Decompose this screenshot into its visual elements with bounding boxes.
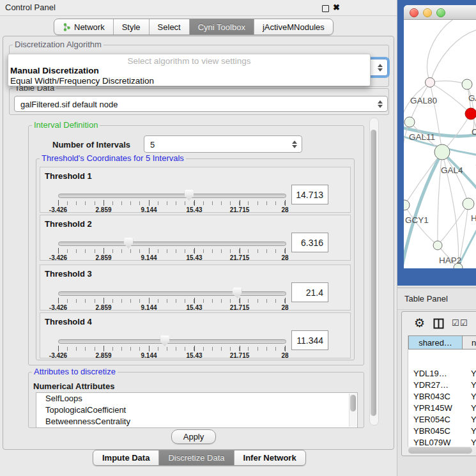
slider-ticks bbox=[58, 347, 285, 351]
node-red-selected[interactable] bbox=[465, 108, 476, 119]
tick-label: 28 bbox=[281, 352, 288, 359]
slider-thumb[interactable] bbox=[184, 190, 194, 201]
tab-discretize-data[interactable]: Discretize Data bbox=[159, 450, 234, 465]
node-gal11[interactable] bbox=[404, 117, 415, 127]
numerical-attributes-list[interactable]: SelfLoops TopologicalCoefficient Between… bbox=[36, 392, 358, 428]
column-header-name[interactable]: n bbox=[462, 335, 476, 349]
tab-select-label: Select bbox=[158, 22, 181, 32]
algorithm-group-title: Discretization Algorithm bbox=[13, 40, 104, 49]
table-horizontal-scrollbar[interactable] bbox=[408, 447, 472, 454]
list-vertical-scrollbar[interactable] bbox=[349, 394, 357, 427]
table-cell[interactable]: YER0 bbox=[471, 415, 476, 424]
threshold-slider[interactable]: -3.426 2.859 9.144 15.43 21.715 28 bbox=[58, 286, 285, 309]
tick-label: 2.859 bbox=[95, 352, 111, 359]
node-label: GAL4 bbox=[441, 165, 463, 175]
slider-thumb[interactable] bbox=[160, 335, 169, 346]
threshold-value-field[interactable]: 21.4 bbox=[291, 282, 328, 302]
table-cell[interactable]: YDR2 bbox=[471, 380, 476, 390]
threshold-row: Threshold 2 -3.426 2.859 9.144 15.43 21.… bbox=[40, 215, 351, 261]
table-cell[interactable]: YBR045C bbox=[413, 426, 450, 436]
network-window-titlebar[interactable] bbox=[404, 5, 476, 20]
table-cell[interactable]: YBR0 bbox=[471, 392, 476, 401]
tab-impute-data[interactable]: Impute Data bbox=[93, 450, 159, 465]
tab-select[interactable]: Select bbox=[150, 19, 190, 35]
slider-thumb[interactable] bbox=[233, 288, 242, 298]
slider-thumb[interactable] bbox=[124, 238, 134, 249]
column-header-shared[interactable]: shared… bbox=[408, 335, 463, 349]
tick-label: 15.43 bbox=[186, 206, 202, 213]
slider-track[interactable] bbox=[58, 242, 286, 246]
tick-label: 15.43 bbox=[186, 254, 202, 261]
list-item[interactable]: SelfLoops bbox=[36, 393, 357, 404]
combo-arrows-icon bbox=[378, 64, 383, 72]
threshold-slider[interactable]: -3.426 2.859 9.144 15.43 21.715 28 bbox=[58, 188, 285, 211]
scrollbar-thumb[interactable] bbox=[371, 130, 376, 416]
threshold-value-field[interactable]: 6.316 bbox=[291, 233, 328, 252]
tab-style[interactable]: Style bbox=[114, 19, 150, 35]
attributes-group-title: Attributes to discretize bbox=[32, 367, 118, 376]
slider-track[interactable] bbox=[58, 339, 286, 344]
table-cell[interactable]: YBL0 bbox=[471, 438, 476, 447]
panel-vertical-scrollbar[interactable] bbox=[369, 118, 379, 426]
close-icon[interactable]: ✖ bbox=[333, 3, 340, 12]
list-item[interactable]: BetweennessCentrality bbox=[36, 416, 357, 427]
node-gal80[interactable] bbox=[426, 78, 435, 88]
table-cell[interactable]: YBR0 bbox=[471, 426, 476, 436]
slider-track[interactable] bbox=[58, 194, 286, 198]
tab-infer-network[interactable]: Infer Network bbox=[234, 450, 305, 465]
list-item[interactable]: TopologicalCoefficient bbox=[36, 404, 357, 416]
algorithm-option-equal-width[interactable]: Equal Width/Frequency Discretization bbox=[10, 76, 154, 86]
node-hap2[interactable] bbox=[433, 241, 442, 250]
zoom-traffic-light-icon[interactable] bbox=[436, 8, 445, 17]
apply-button[interactable]: Apply bbox=[171, 429, 216, 444]
threshold-slider[interactable]: -3.426 2.859 9.144 15.43 21.715 28 bbox=[58, 334, 285, 357]
tab-network[interactable]: Network bbox=[54, 19, 114, 35]
tab-cyni-toolbox[interactable]: Cyni Toolbox bbox=[190, 19, 254, 35]
close-traffic-light-icon[interactable] bbox=[410, 8, 418, 17]
tick-label: 28 bbox=[281, 206, 288, 213]
float-window-icon[interactable] bbox=[322, 5, 329, 12]
table-cell[interactable]: YDR27… bbox=[413, 380, 449, 390]
table-data-selected-value: galFiltered.sif default node bbox=[20, 99, 118, 109]
table-cell[interactable]: YDL19… bbox=[413, 369, 447, 378]
node-h[interactable] bbox=[463, 198, 474, 210]
node-label: GA bbox=[468, 93, 476, 103]
table-cell[interactable]: YBL079W bbox=[413, 438, 451, 447]
tab-jactivemnodules[interactable]: jActiveMNodules bbox=[254, 19, 333, 35]
table-cell[interactable]: YPR1 bbox=[471, 403, 476, 413]
control-panel-titlebar: Control Panel ✖ bbox=[0, 0, 397, 16]
slider-track[interactable] bbox=[58, 291, 286, 296]
network-view-window: GAL80 GA GAL11 C GAL4 GCY1 H HAP2 bbox=[404, 5, 476, 268]
minimize-traffic-light-icon[interactable] bbox=[423, 8, 432, 17]
algorithm-hint-option[interactable]: Select algorithm to view settings bbox=[8, 56, 370, 66]
table-cell[interactable]: YDL1 bbox=[471, 369, 476, 378]
table-cell[interactable]: YPR145W bbox=[413, 403, 452, 413]
node-gcy1[interactable] bbox=[404, 200, 410, 210]
checkbox-checked-icon[interactable]: ☑ bbox=[460, 318, 468, 328]
tick-label: 15.43 bbox=[186, 304, 202, 311]
algorithm-option-manual[interactable]: Manual Discretization bbox=[10, 66, 99, 75]
threshold-row: Threshold 4 -3.426 2.859 9.144 15.43 21.… bbox=[40, 312, 351, 358]
table-cell[interactable]: YER054C bbox=[413, 415, 450, 424]
network-canvas[interactable]: GAL80 GA GAL11 C GAL4 GCY1 H HAP2 bbox=[404, 20, 476, 268]
table-data-combobox[interactable]: galFiltered.sif default node bbox=[14, 96, 388, 112]
number-of-intervals-combobox[interactable]: 5 bbox=[144, 135, 302, 153]
threshold-value-field[interactable]: 14.713 bbox=[291, 185, 328, 204]
node-ga[interactable] bbox=[462, 79, 472, 89]
threshold-slider[interactable]: -3.426 2.859 9.144 15.43 21.715 28 bbox=[58, 236, 285, 259]
node-gal4[interactable] bbox=[434, 144, 450, 160]
scrollbar-thumb[interactable] bbox=[350, 395, 356, 411]
tab-impute-data-label: Impute Data bbox=[102, 453, 150, 463]
threshold-value-field[interactable]: 11.344 bbox=[291, 330, 328, 350]
slider-ticks bbox=[58, 299, 285, 303]
tick-label: -3.426 bbox=[49, 254, 67, 261]
table-panel-title: Table Panel bbox=[404, 294, 448, 303]
gear-icon[interactable]: ⚙ bbox=[414, 317, 425, 329]
tick-label: 21.715 bbox=[230, 206, 250, 213]
tick-label: 2.859 bbox=[95, 304, 111, 311]
split-columns-icon[interactable] bbox=[433, 318, 444, 329]
slider-ticks bbox=[58, 249, 285, 253]
checkbox-checked-icon[interactable]: ☑ bbox=[452, 318, 459, 328]
table-cell[interactable]: YBR043C bbox=[413, 392, 450, 401]
threshold-row: Threshold 1 -3.426 2.859 9.144 15.43 21.… bbox=[40, 167, 351, 213]
